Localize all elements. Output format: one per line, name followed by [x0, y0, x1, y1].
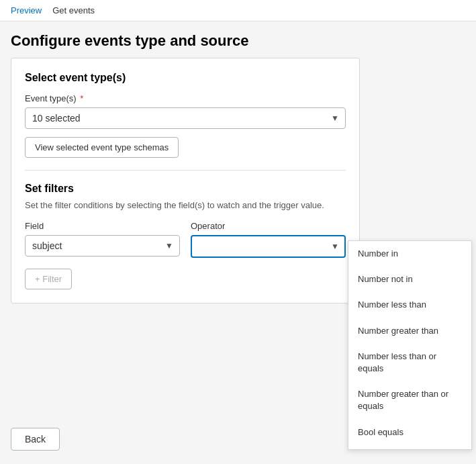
event-type-select-wrapper: 10 selected ▼	[25, 107, 346, 129]
event-type-section: Select event type(s) Event type(s) * 10 …	[25, 72, 346, 158]
operator-select-wrapper: ▼	[191, 235, 346, 258]
operator-column-label: Operator	[191, 221, 346, 231]
add-filter-button[interactable]: + Filter	[25, 269, 72, 289]
filter-row: Field subject ▼ Operator	[25, 221, 346, 258]
dropdown-scroll-area[interactable]: Number inNumber not inNumber less thanNu…	[348, 241, 471, 449]
config-panel: Select event type(s) Event type(s) * 10 …	[11, 58, 360, 304]
field-column: Field subject ▼	[25, 221, 180, 257]
section-divider	[25, 170, 346, 171]
field-select[interactable]: subject	[25, 235, 180, 257]
field-select-wrapper: subject ▼	[25, 235, 180, 257]
view-schemas-button[interactable]: View selected event type schemas	[25, 137, 179, 158]
filter-description: Set the filter conditions by selecting t…	[25, 200, 346, 210]
dropdown-item[interactable]: Number in	[348, 241, 471, 267]
page-title: Configure events type and source	[0, 21, 476, 58]
filter-section: Set filters Set the filter conditions by…	[25, 183, 346, 289]
event-type-field-label: Event type(s) *	[25, 93, 346, 103]
operator-column: Operator ▼	[191, 221, 346, 258]
dropdown-item[interactable]: Number less than	[348, 292, 471, 318]
dropdown-item[interactable]: Number less than or equals	[348, 344, 471, 381]
back-button[interactable]: Back	[11, 428, 60, 451]
filter-section-title: Set filters	[25, 183, 346, 195]
dropdown-item[interactable]: Number not in	[348, 267, 471, 292]
operator-dropdown: Number inNumber not inNumber less thanNu…	[348, 240, 472, 450]
event-type-select[interactable]: 10 selected	[25, 107, 346, 129]
dropdown-item[interactable]: String in	[348, 445, 471, 449]
operator-select[interactable]	[191, 235, 346, 258]
breadcrumb-bar: Preview Get events	[0, 0, 476, 21]
breadcrumb-preview[interactable]: Preview	[11, 5, 42, 15]
dropdown-item[interactable]: Number greater than	[348, 318, 471, 344]
breadcrumb-current: Get events	[52, 5, 95, 15]
dropdown-item[interactable]: Number greater than or equals	[348, 381, 471, 419]
event-type-section-title: Select event type(s)	[25, 72, 346, 84]
required-indicator: *	[80, 93, 83, 103]
field-column-label: Field	[25, 221, 180, 231]
dropdown-item[interactable]: Bool equals	[348, 420, 471, 445]
